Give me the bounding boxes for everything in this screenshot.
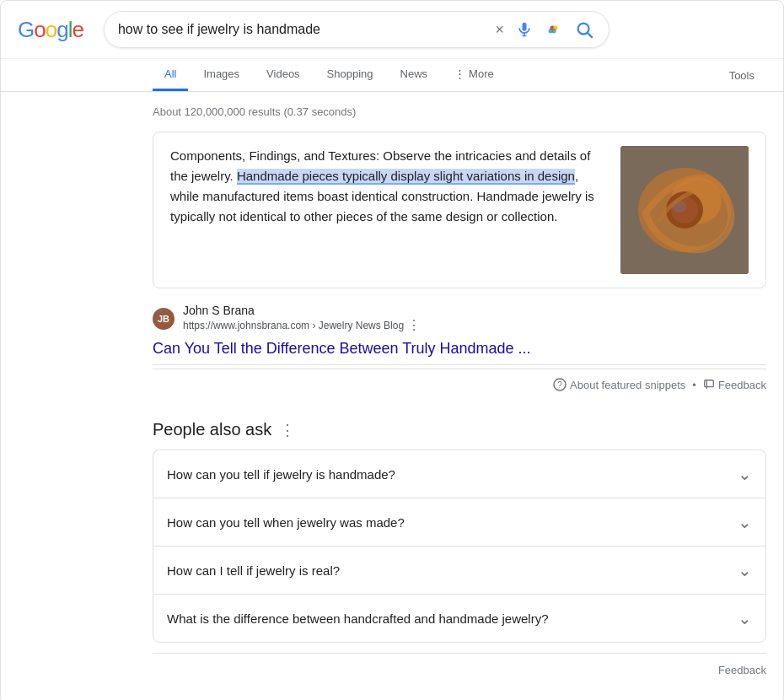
logo-letter-e: e: [72, 17, 83, 43]
svg-rect-0: [522, 23, 526, 31]
question-circle-icon: ?: [553, 378, 567, 391]
chevron-down-icon: ⌄: [738, 464, 752, 484]
main-content: About 120,000,000 results (0.37 seconds)…: [1, 92, 783, 700]
paa-section: People also ask ⋮ How can you tell if je…: [153, 420, 766, 687]
chevron-down-icon: ⌄: [738, 608, 752, 628]
source-favicon: JB: [153, 308, 175, 330]
feedback-flag-icon: [703, 379, 715, 390]
logo-letter-g2: g: [56, 17, 67, 43]
paa-item[interactable]: How can you tell when jewelry was made? …: [153, 498, 766, 546]
snippet-footer: ? About featured snippets • Feedback: [153, 369, 766, 400]
chevron-down-icon: ⌄: [738, 512, 752, 532]
chevron-down-icon: ⌄: [738, 560, 752, 580]
snippet-text: Components, Findings, and Textures: Obse…: [170, 146, 604, 274]
tab-videos[interactable]: Videos: [255, 59, 312, 91]
source-url-more-icon[interactable]: ⋮: [407, 317, 421, 333]
tools-tab[interactable]: Tools: [717, 61, 766, 90]
snippet-divider: [153, 364, 766, 365]
featured-snippet: Components, Findings, and Textures: Obse…: [153, 132, 766, 288]
tab-more[interactable]: ⋮ More: [443, 59, 506, 91]
snippet-image-inner: [620, 146, 749, 274]
source-info: JB John S Brana https://www.johnsbrana.c…: [153, 295, 766, 337]
image-search-button[interactable]: [543, 19, 565, 40]
svg-rect-17: [705, 380, 714, 387]
tab-shopping[interactable]: Shopping: [315, 59, 385, 91]
tab-all[interactable]: All: [153, 59, 188, 91]
source-url: https://www.johnsbrana.com › Jewelry New…: [183, 317, 421, 333]
source-details: John S Brana https://www.johnsbrana.com …: [183, 304, 421, 333]
about-featured-snippets[interactable]: ? About featured snippets: [553, 378, 685, 391]
clear-button[interactable]: ×: [493, 19, 506, 40]
logo-letter-o2: o: [46, 17, 56, 43]
paa-title: People also ask: [153, 420, 271, 439]
svg-text:?: ?: [557, 380, 562, 390]
header: Google ×: [1, 1, 783, 59]
paa-items-list: How can you tell if jewelry is handmade?…: [153, 450, 766, 643]
footer-dot: •: [692, 379, 696, 391]
result-link[interactable]: Can You Tell the Difference Between Trul…: [153, 337, 766, 364]
search-bar: ×: [104, 11, 609, 48]
snippet-image: [620, 146, 749, 274]
feedback-button[interactable]: Feedback: [703, 379, 766, 391]
voice-search-button[interactable]: [514, 19, 534, 40]
search-icons: ×: [493, 19, 595, 40]
logo-letter-g: G: [18, 17, 34, 43]
tab-images[interactable]: Images: [191, 59, 251, 91]
search-input[interactable]: [118, 22, 486, 37]
paa-header: People also ask ⋮: [153, 420, 766, 439]
logo-letter-o1: o: [34, 17, 45, 43]
bottom-feedback[interactable]: Feedback: [153, 654, 766, 687]
tab-news[interactable]: News: [389, 59, 440, 91]
google-logo: Google: [18, 17, 83, 43]
results-count: About 120,000,000 results (0.37 seconds): [153, 99, 766, 132]
paa-item[interactable]: How can you tell if jewelry is handmade?…: [153, 450, 766, 498]
svg-point-6: [548, 29, 553, 34]
svg-line-8: [588, 33, 592, 37]
more-dots-icon: ⋮: [454, 67, 465, 80]
search-button[interactable]: [573, 19, 595, 40]
paa-item[interactable]: How can I tell if jewelry is real? ⌄: [153, 546, 766, 594]
nav-tabs: All Images Videos Shopping News ⋮ More T…: [1, 59, 783, 92]
paa-item[interactable]: What is the difference between handcraft…: [153, 594, 766, 643]
paa-more-button[interactable]: ⋮: [280, 421, 295, 439]
snippet-highlighted-text: Handmade pieces typically display slight…: [237, 169, 575, 185]
source-name: John S Brana: [183, 304, 421, 317]
page-wrapper: Google ×: [0, 0, 784, 700]
